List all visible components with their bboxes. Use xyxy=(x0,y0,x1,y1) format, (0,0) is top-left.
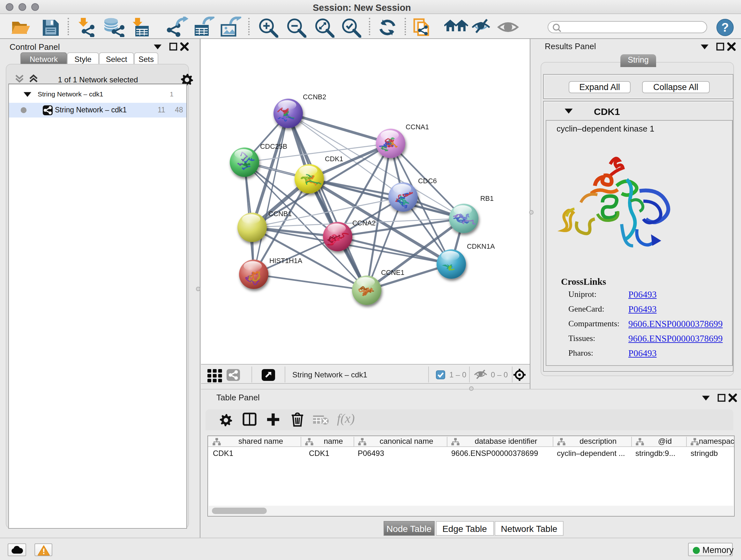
svg-text:CCNB2: CCNB2 xyxy=(303,93,326,101)
svg-text:CDKN1A: CDKN1A xyxy=(467,242,495,250)
svg-text:CDC6: CDC6 xyxy=(418,177,437,185)
svg-text:HIST1H1A: HIST1H1A xyxy=(269,257,302,265)
svg-text:CDK1: CDK1 xyxy=(325,155,343,163)
svg-text:RB1: RB1 xyxy=(480,194,494,202)
svg-text:CCNE1: CCNE1 xyxy=(381,268,404,276)
svg-text:CCNB1: CCNB1 xyxy=(268,210,292,218)
svg-text:CCNA2: CCNA2 xyxy=(352,219,376,227)
svg-text:CDC25B: CDC25B xyxy=(260,142,287,150)
svg-text:?: ? xyxy=(721,20,729,34)
svg-text:CCNA1: CCNA1 xyxy=(406,123,429,131)
